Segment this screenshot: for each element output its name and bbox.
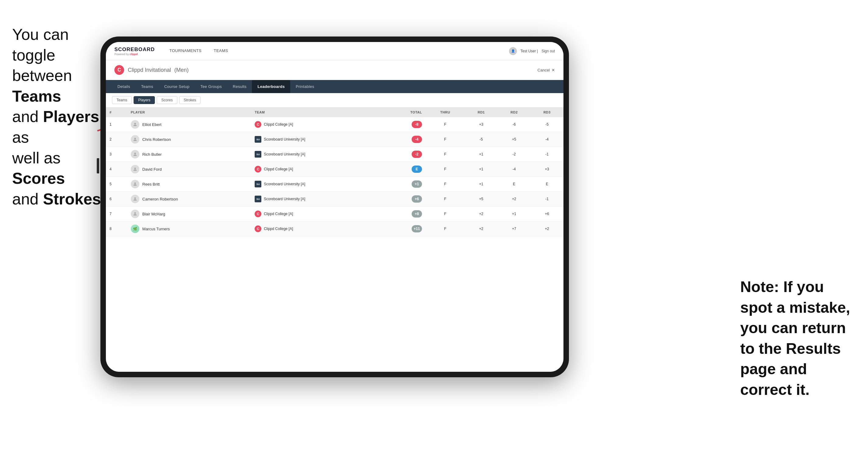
col-rd2: RD2	[498, 107, 531, 117]
tab-results[interactable]: Results	[227, 80, 252, 93]
team-name: Clippd College [A]	[264, 167, 293, 171]
team-cell: SUScoreboard University [A]	[251, 147, 382, 162]
team-cell: SUScoreboard University [A]	[251, 177, 382, 192]
rd1-value: +2	[465, 207, 498, 221]
table-row: 6Cameron RobertsonSUScoreboard Universit…	[106, 192, 563, 207]
tournament-title-area: C Clippd Invitational (Men)	[114, 65, 189, 75]
player-name: Rich Butler	[143, 152, 162, 157]
team-cell: CClippd College [A]	[251, 221, 382, 237]
toggle-bar: Teams Players Scores Strokes	[106, 93, 563, 107]
team-name: Scoreboard University [A]	[264, 152, 305, 156]
table-row: 8🌿Marcus TurnersCClippd College [A]+11F+…	[106, 221, 563, 237]
player-avatar	[131, 165, 140, 174]
nav-tournaments[interactable]: TOURNAMENTS	[164, 46, 207, 56]
total-score: +1	[383, 177, 426, 192]
team-logo-clippd: C	[255, 166, 261, 173]
table-row: 1Elliot EbertCClippd College [A]-8F+3-6-…	[106, 117, 563, 132]
logo-sub: Powered by clippd	[114, 53, 155, 56]
tournament-logo: C	[114, 65, 124, 75]
player-cell: Rich Butler	[127, 147, 251, 162]
svg-point-6	[134, 197, 136, 199]
total-score: +6	[383, 192, 426, 207]
rd2-value: -6	[498, 117, 531, 132]
svg-point-3	[134, 153, 136, 154]
leaderboard-content: # PLAYER TEAM TOTAL THRU RD1 RD2 RD3 1El…	[106, 107, 563, 372]
rd2-value: -4	[498, 162, 531, 177]
tab-printables[interactable]: Printables	[290, 80, 320, 93]
table-row: 2Chris RobertsonSUScoreboard University …	[106, 132, 563, 147]
player-avatar	[131, 135, 140, 144]
thru-value: F	[426, 117, 465, 132]
total-score: E	[383, 162, 426, 177]
thru-value: F	[426, 147, 465, 162]
player-name: Chris Robertson	[143, 137, 171, 142]
row-number: 7	[106, 207, 127, 221]
table-row: 5Rees BrittSUScoreboard University [A]+1…	[106, 177, 563, 192]
player-avatar	[131, 150, 140, 158]
tab-details[interactable]: Details	[112, 80, 136, 93]
team-cell: SUScoreboard University [A]	[251, 192, 382, 207]
tournament-name: Clippd Invitational (Men)	[128, 67, 189, 73]
toggle-players[interactable]: Players	[133, 96, 155, 104]
team-name: Clippd College [A]	[264, 122, 293, 127]
player-cell: Chris Robertson	[127, 132, 251, 147]
player-cell: Rees Britt	[127, 177, 251, 192]
player-cell: Cameron Robertson	[127, 192, 251, 207]
col-rd1: RD1	[465, 107, 498, 117]
tab-leaderboards[interactable]: Leaderboards	[252, 80, 290, 93]
total-score: -8	[383, 117, 426, 132]
team-cell: CClippd College [A]	[251, 117, 382, 132]
player-avatar	[131, 195, 140, 203]
toggle-scores[interactable]: Scores	[157, 96, 177, 104]
toggle-teams[interactable]: Teams	[112, 96, 132, 104]
player-name: Rees Britt	[143, 182, 160, 186]
cancel-button[interactable]: Cancel ✕	[537, 68, 555, 72]
row-number: 2	[106, 132, 127, 147]
tab-course-setup[interactable]: Course Setup	[159, 80, 195, 93]
team-logo-clippd: C	[255, 225, 261, 232]
nav-teams[interactable]: TEAMS	[209, 46, 233, 56]
player-name: Elliot Ebert	[143, 122, 161, 127]
tablet-screen: SCOREBOARD Powered by clippd TOURNAMENTS…	[106, 42, 563, 372]
rd1-value: +3	[465, 117, 498, 132]
table-row: 3Rich ButlerSUScoreboard University [A]-…	[106, 147, 563, 162]
col-num: #	[106, 107, 127, 117]
row-number: 3	[106, 147, 127, 162]
player-avatar	[131, 120, 140, 129]
table-row: 7Blair McHargCClippd College [A]+8F+2+1+…	[106, 207, 563, 221]
rd1-value: +5	[465, 192, 498, 207]
user-label: Test User |	[521, 49, 538, 53]
rd3-value: -5	[531, 117, 563, 132]
team-name: Clippd College [A]	[264, 212, 293, 216]
rd1-value: +1	[465, 162, 498, 177]
team-name: Scoreboard University [A]	[264, 137, 305, 142]
rd1-value: -5	[465, 132, 498, 147]
rd3-value: +3	[531, 162, 563, 177]
rd3-value: -1	[531, 192, 563, 207]
total-score: +11	[383, 221, 426, 237]
rd3-value: E	[531, 177, 563, 192]
rd2-value: +1	[498, 207, 531, 221]
team-logo-scoreboard: SU	[255, 151, 261, 158]
rd2-value: -2	[498, 147, 531, 162]
team-logo-clippd: C	[255, 121, 261, 128]
col-team: TEAM	[251, 107, 382, 117]
rd1-value: +2	[465, 221, 498, 237]
rd3-value: -1	[531, 147, 563, 162]
table-row: 4David FordCClippd College [A]EF+1-4+3	[106, 162, 563, 177]
svg-point-2	[134, 138, 136, 139]
toggle-strokes[interactable]: Strokes	[179, 96, 201, 104]
team-cell: SUScoreboard University [A]	[251, 132, 382, 147]
tab-teams[interactable]: Teams	[136, 80, 159, 93]
total-score: +8	[383, 207, 426, 221]
svg-point-7	[134, 212, 136, 214]
thru-value: F	[426, 177, 465, 192]
rd3-value: +2	[531, 221, 563, 237]
thru-value: F	[426, 192, 465, 207]
rd1-value: +1	[465, 177, 498, 192]
row-number: 8	[106, 221, 127, 237]
rd2-value: +2	[498, 192, 531, 207]
tab-tee-groups[interactable]: Tee Groups	[195, 80, 227, 93]
sign-out-link[interactable]: Sign out	[541, 49, 555, 53]
team-logo-scoreboard: SU	[255, 136, 261, 143]
